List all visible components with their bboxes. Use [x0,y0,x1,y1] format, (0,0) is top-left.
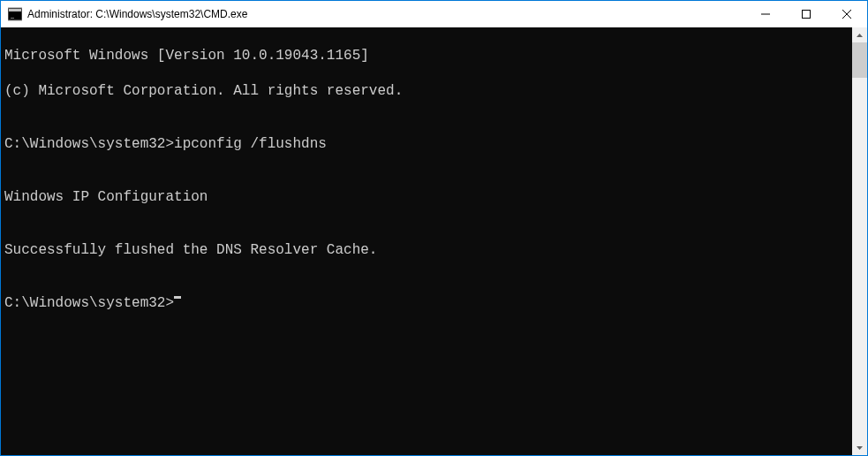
terminal-line: Microsoft Windows [Version 10.0.19043.11… [4,47,852,65]
terminal-line: Windows IP Configuration [4,188,852,206]
minimize-button[interactable] [745,1,786,27]
scroll-up-button[interactable] [852,27,867,42]
svg-marker-7 [857,34,863,37]
scroll-down-button[interactable] [852,440,867,455]
terminal[interactable]: Microsoft Windows [Version 10.0.19043.11… [1,27,852,455]
svg-rect-4 [803,11,811,19]
terminal-line: (c) Microsoft Corporation. All rights re… [4,82,852,100]
window-title: Administrator: C:\Windows\system32\CMD.e… [27,8,745,20]
terminal-area: Microsoft Windows [Version 10.0.19043.11… [1,27,867,455]
terminal-line: C:\Windows\system32>ipconfig /flushdns [4,135,852,153]
terminal-prompt: C:\Windows\system32> [4,294,174,312]
maximize-button[interactable] [786,1,826,27]
titlebar[interactable]: _ Administrator: C:\Windows\system32\CMD… [1,1,867,27]
cursor-icon [174,296,181,299]
cmd-window: _ Administrator: C:\Windows\system32\CMD… [1,1,867,455]
svg-marker-8 [857,446,863,450]
scroll-thumb[interactable] [852,42,867,78]
vertical-scrollbar[interactable] [852,27,867,455]
terminal-line: Successfully flushed the DNS Resolver Ca… [4,241,852,259]
window-controls [745,1,867,27]
close-button[interactable] [826,1,867,27]
cmd-icon: _ [8,7,22,21]
